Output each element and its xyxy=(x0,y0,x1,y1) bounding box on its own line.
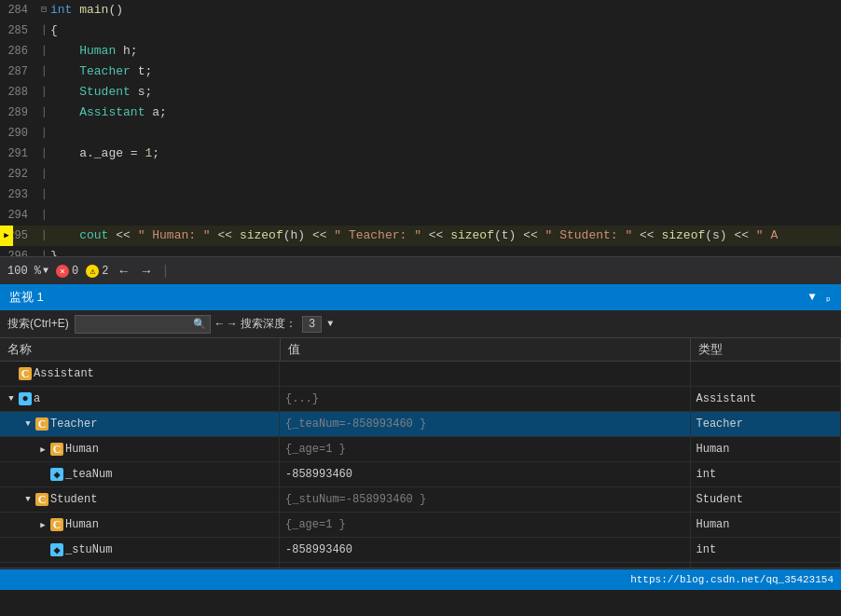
row-value: {_age=1 } xyxy=(285,518,346,531)
vert-289: │ xyxy=(41,103,47,123)
gutter-289: │ xyxy=(37,103,50,123)
table-row[interactable]: ▼ C Teacher {_teaNum=-858993460 } Teache… xyxy=(0,412,841,437)
name-flex: ◆ _stuNum xyxy=(6,540,112,560)
expand-btn-a[interactable]: ▼ xyxy=(6,393,17,404)
row-value: {_age=1 } xyxy=(285,443,346,456)
table-row[interactable]: ▶ C Human {_age=1 } Human xyxy=(0,513,841,538)
row-name-cell: ▶ C Human xyxy=(0,437,280,461)
table-row[interactable]: ▶ C Human {_age=1 } Human xyxy=(0,437,841,462)
row-type-cell: Teacher xyxy=(690,412,841,437)
row-value-cell: {_age=1 } xyxy=(280,437,690,462)
search-input[interactable] xyxy=(79,318,191,331)
row-name-cell: ◆ _teaNum xyxy=(0,462,280,486)
search-icon[interactable]: 🔍 xyxy=(193,318,206,330)
zoom-dropdown-icon[interactable]: ▼ xyxy=(43,266,48,276)
line-num-290: 290 xyxy=(0,123,37,144)
line-num-284: 284 xyxy=(0,0,37,21)
row-value: {...} xyxy=(285,392,319,405)
line-content-289: Assistant a; xyxy=(50,103,167,123)
code-line-292: 292 │ xyxy=(0,164,841,185)
table-row[interactable]: ◆ _teaNum -858993460 int xyxy=(0,462,841,487)
warning-count: 2 xyxy=(102,265,108,278)
gutter-295: │ xyxy=(37,226,50,246)
page-layout: 284 ⊟ int main() 285 │ { 286 │ xyxy=(0,0,841,616)
gutter-284: ⊟ xyxy=(37,0,50,21)
watch-dropdown-icon[interactable]: ▼ xyxy=(809,291,816,304)
depth-dropdown-icon[interactable]: ▼ xyxy=(327,319,333,329)
vert-291: │ xyxy=(41,144,47,164)
row-name-label: Human xyxy=(65,518,99,531)
gutter-287: │ xyxy=(37,62,50,82)
line-num-289: 289 xyxy=(0,103,37,123)
line-num-292: 292 xyxy=(0,164,37,185)
row-type-cell xyxy=(690,362,841,387)
class-icon: C xyxy=(19,367,32,380)
expand-btn-student[interactable]: ▼ xyxy=(22,494,34,505)
name-flex: ▼ ● a xyxy=(6,389,40,409)
row-type-cell: Human xyxy=(690,513,841,538)
watch-title-controls: ▼ ₚ xyxy=(809,291,832,305)
watch-table-body: C Assistant ▼ ● a xyxy=(0,362,841,591)
table-row[interactable]: ◆ _stuNum -858993460 int xyxy=(0,538,841,563)
header-name: 名称 xyxy=(0,338,280,362)
name-flex: ▶ C Human xyxy=(6,514,99,535)
warning-badge: ⚠ 2 xyxy=(86,265,108,278)
line-content-285: { xyxy=(50,21,58,41)
vert-295: │ xyxy=(41,226,47,246)
code-line-294: 294 │ xyxy=(0,205,841,226)
gutter-285: │ xyxy=(37,21,50,41)
watch-table-header: 名称 值 类型 xyxy=(0,338,841,362)
line-num-296: 296 xyxy=(0,246,37,256)
row-type: Human xyxy=(696,443,730,456)
watch-title-bar: 监视 1 ▼ ₚ xyxy=(0,284,841,310)
gutter-292: │ xyxy=(37,164,50,185)
collapse-icon-284[interactable]: ⊟ xyxy=(41,0,47,21)
row-name-label: Teacher xyxy=(50,418,97,431)
row-name-cell: ▼ ● a xyxy=(0,387,280,411)
table-row[interactable]: ▼ C Student {_stuNum=-858993460 } Studen… xyxy=(0,487,841,513)
warning-icon: ⚠ xyxy=(86,265,99,278)
field-icon: ◆ xyxy=(50,468,63,481)
name-flex: C Assistant xyxy=(6,363,94,384)
watch-table: 名称 值 类型 C Assistant xyxy=(0,338,841,590)
gutter-290: │ xyxy=(37,123,50,144)
watch-table-container: 名称 值 类型 C Assistant xyxy=(0,338,841,590)
search-nav-forward[interactable]: → xyxy=(228,318,235,331)
row-type: int xyxy=(696,468,717,481)
row-value-cell: {...} xyxy=(280,387,690,412)
watch-pin-icon[interactable]: ₚ xyxy=(825,291,832,305)
row-value: -858993460 xyxy=(285,543,352,556)
line-num-288: 288 xyxy=(0,82,37,103)
row-type: int xyxy=(696,543,717,556)
expand-btn-human1[interactable]: ▶ xyxy=(37,444,48,455)
zoom-value: 100 % xyxy=(7,265,41,278)
vert-286: │ xyxy=(41,41,47,62)
row-type: Student xyxy=(696,493,743,506)
line-num-287: 287 xyxy=(0,62,37,82)
row-name-label: Human xyxy=(65,443,99,456)
gutter-291: │ xyxy=(37,144,50,164)
code-line-291: 291 │ a._age = 1; xyxy=(0,144,841,164)
header-type: 类型 xyxy=(690,338,841,362)
table-row[interactable]: C Assistant xyxy=(0,362,841,387)
expand-btn-teacher[interactable]: ▼ xyxy=(22,418,34,430)
row-name-label: Assistant xyxy=(34,367,94,380)
nav-back-button[interactable]: ← xyxy=(116,262,131,281)
row-type-cell: int xyxy=(690,538,841,563)
row-name-label: a xyxy=(34,392,40,405)
current-line-arrow: ▶ xyxy=(0,226,13,246)
line-content-295: cout << " Human: " << sizeof(h) << " Tea… xyxy=(50,226,778,246)
code-line-286: 286 │ Human h; xyxy=(0,41,841,62)
row-value-cell: -858993460 xyxy=(280,538,690,563)
table-row[interactable]: ▼ ● a {...} Assistant xyxy=(0,387,841,412)
nav-forward-button[interactable]: → xyxy=(139,262,154,281)
expand-btn-human2[interactable]: ▶ xyxy=(37,519,48,530)
name-flex: ▼ C Teacher xyxy=(6,414,97,434)
row-name-cell: ▼ C Teacher xyxy=(0,412,280,436)
status-bar: https://blog.csdn.net/qq_35423154 xyxy=(0,569,841,590)
row-name-cell: ▶ C Human xyxy=(0,513,280,537)
search-nav-back[interactable]: ← xyxy=(216,318,223,331)
gutter-293: │ xyxy=(37,185,50,205)
row-value: {_stuNum=-858993460 } xyxy=(285,493,426,506)
field-icon: ◆ xyxy=(50,543,63,556)
